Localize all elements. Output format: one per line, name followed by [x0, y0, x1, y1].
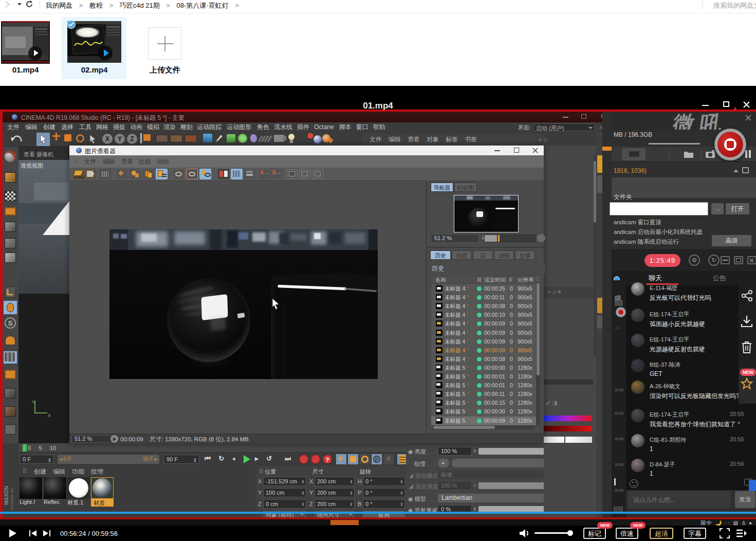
svg-text:Y: Y: [32, 400, 35, 405]
svg-text:X: X: [48, 413, 51, 418]
